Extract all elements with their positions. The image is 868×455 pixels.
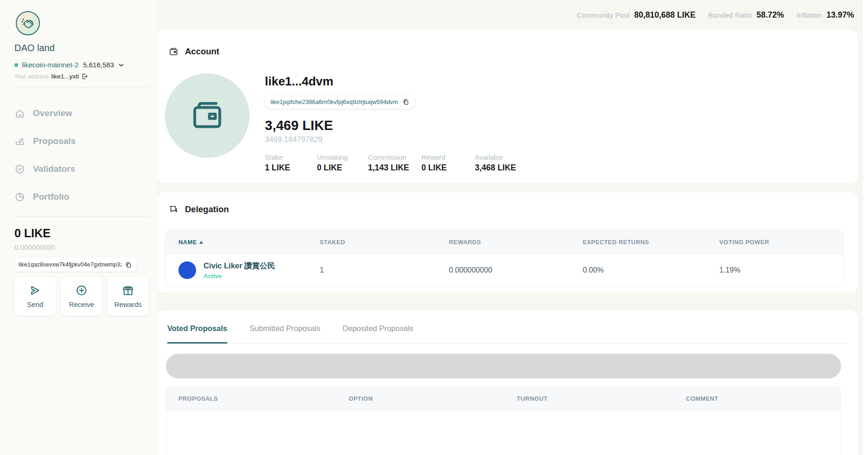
stat-commission: Commission 1,143 LIKE (368, 153, 421, 173)
stat-stake: Stake 1 LIKE (265, 153, 317, 173)
your-address-row: Your address like1...yxtl (14, 73, 88, 80)
validator-identity: Civic Liker 讚賞公民 Active (204, 261, 275, 280)
stat-inflation: Inflation 13.97% (796, 10, 854, 20)
send-icon (29, 284, 41, 297)
delegation-section-title: Delegation (185, 204, 229, 214)
account-address-pill[interactable]: like1jxpfche2386a6m0kvfpj6xq9zlrjtuqw594… (265, 95, 415, 109)
validator-cell: Civic Liker 讚賞公民 Active (178, 261, 320, 280)
sidebar-item-label: Portfolio (33, 192, 69, 202)
receive-label: Receive (69, 300, 94, 308)
sidebar-nav: Overview Proposals Validators Portfolio (14, 99, 157, 211)
chain-selector[interactable]: likecoin-mainnet-2 5,616,583 (14, 61, 125, 69)
send-label: Send (27, 300, 43, 308)
stat-available: Available 3,468 LIKE (475, 153, 516, 173)
stat-value: 80,810,688 LIKE (634, 10, 696, 20)
wallet-icon (190, 98, 225, 133)
staked-value: 1 (320, 266, 449, 274)
send-button[interactable]: Send (14, 277, 56, 316)
proposals-table-header: PROPOSALS OPTION TURNOUT COMMENT (166, 387, 841, 410)
sidebar-divider-bottom (14, 216, 149, 217)
stat-unstaking: Unstaking 0 LIKE (317, 153, 368, 173)
app-root: DAO land likecoin-mainnet-2 5,616,583 Yo… (0, 0, 868, 455)
clapping-hands-icon (20, 16, 35, 31)
sidebar-item-label: Overview (33, 108, 72, 118)
proposals-table-empty-body (166, 410, 841, 455)
chain-network-name: likecoin-mainnet-2 (22, 61, 79, 69)
copy-icon[interactable] (402, 98, 409, 105)
scrollbar[interactable] (862, 0, 868, 455)
home-icon (14, 108, 25, 119)
stat-value: 1 LIKE (265, 163, 317, 173)
sidebar-item-portfolio[interactable]: Portfolio (14, 183, 157, 211)
shield-check-icon (14, 164, 25, 175)
delegation-section-header: Delegation (169, 204, 858, 214)
column-comment: COMMENT (686, 395, 841, 402)
sidebar: DAO land likecoin-mainnet-2 5,616,583 Yo… (0, 0, 157, 455)
voting-power-value: 1.19% (719, 266, 843, 274)
chevron-down-icon[interactable] (118, 61, 125, 69)
tab-voted-proposals[interactable]: Voted Proposals (167, 324, 227, 344)
stat-value: 0 LIKE (421, 163, 475, 173)
sidebar-item-label: Proposals (33, 136, 76, 146)
sidebar-item-proposals[interactable]: Proposals (14, 127, 157, 155)
table-row[interactable]: Civic Liker 讚賞公民 Active 1 0.000000000 0.… (165, 254, 843, 286)
rewards-label: Rewards (114, 300, 142, 308)
your-address-short: like1...yxtl (51, 73, 79, 80)
account-body: like1...4dvm like1jxpfche2386a6m0kvfpj6x… (165, 73, 858, 173)
proposals-tabs: Voted Proposals Submitted Proposals Depo… (167, 324, 848, 344)
column-name[interactable]: NAME (178, 239, 320, 246)
sign-out-icon[interactable] (81, 73, 88, 80)
ballot-icon (14, 136, 25, 147)
sidebar-item-validators[interactable]: Validators (14, 155, 157, 183)
stat-value: 1,143 LIKE (368, 163, 421, 173)
sidebar-item-overview[interactable]: Overview (14, 99, 157, 127)
account-name: like1...4dvm (265, 74, 516, 89)
column-rewards[interactable]: REWARDS (449, 239, 583, 246)
stat-label: Inflation (796, 11, 822, 20)
stat-label: Reward (421, 153, 475, 161)
copy-icon[interactable] (125, 261, 132, 268)
stat-value: 58.72% (756, 10, 784, 20)
pie-chart-icon (14, 192, 25, 202)
sidebar-item-label: Validators (33, 164, 75, 174)
sort-asc-icon (199, 241, 203, 244)
chain-block-height: 5,616,583 (83, 61, 114, 69)
sidebar-actions: Send Receive Rewards (14, 277, 149, 316)
delegation-table-header: NAME STAKED REWARDS EXPECTED RETURNS VOT… (165, 230, 843, 254)
stat-label: Stake (265, 153, 317, 161)
loading-skeleton-bar (166, 354, 841, 378)
account-avatar (165, 73, 250, 158)
receive-icon (75, 284, 88, 297)
rewards-value: 0.000000000 (449, 266, 583, 274)
delegation-section: Delegation NAME STAKED REWARDS EXPECTED … (157, 192, 858, 292)
gift-icon (122, 284, 134, 297)
sidebar-balance: 0 LIKE (14, 227, 51, 240)
column-expected-returns[interactable]: EXPECTED RETURNS (583, 239, 719, 246)
account-section-title: Account (185, 46, 219, 57)
stat-label: Unstaking (317, 153, 368, 161)
column-voting-power[interactable]: VOTING POWER (719, 239, 843, 246)
column-turnout: TURNOUT (517, 395, 686, 402)
account-balance-precise: 3469.184797829 (265, 135, 516, 144)
tab-deposited-proposals[interactable]: Deposited Proposals (342, 324, 413, 343)
account-section: Account like1...4dvm like1jxpfche2386a6m… (157, 30, 858, 183)
validator-name[interactable]: Civic Liker 讚賞公民 (204, 261, 275, 271)
app-logo[interactable] (16, 11, 40, 35)
account-stats: Stake 1 LIKE Unstaking 0 LIKE Commission… (265, 153, 516, 173)
stat-value: 3,468 LIKE (475, 163, 516, 173)
stat-community-pool: Community Pool 80,810,688 LIKE (577, 10, 696, 20)
stat-label: Available (475, 153, 516, 161)
receive-button[interactable]: Receive (61, 277, 102, 316)
stat-value: 13.97% (827, 10, 854, 20)
sidebar-address-pill[interactable]: like1qaz8sevxw7k4fjpkv04e7gxtnwmp3z6ac..… (14, 258, 136, 272)
rewards-button[interactable]: Rewards (107, 277, 149, 316)
tab-submitted-proposals[interactable]: Submitted Proposals (250, 324, 320, 343)
chat-icon (169, 205, 178, 214)
wallet-icon (169, 47, 178, 57)
validator-status-badge: Active (204, 273, 275, 280)
stat-label: Bonded Ratio (708, 11, 752, 20)
column-staked[interactable]: STAKED (320, 239, 449, 246)
account-details: like1...4dvm like1jxpfche2386a6m0kvfpj6x… (265, 73, 516, 173)
column-option: OPTION (349, 395, 517, 402)
account-section-header: Account (169, 46, 858, 57)
